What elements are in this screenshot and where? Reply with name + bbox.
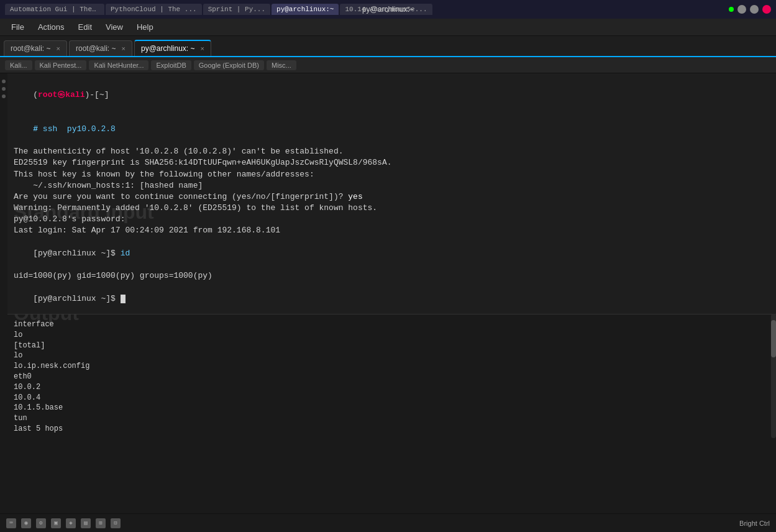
statusbar-icon-6[interactable]: ▤ (81, 518, 91, 528)
output-line-base: 10.1.5.base (14, 403, 770, 413)
titlebar: Automation Gui | The... PythonCloud | Th… (0, 0, 776, 19)
tab-root-kali-2[interactable]: root@kali: ~ × (69, 40, 132, 56)
sidebar-indicator-1 (2, 80, 6, 83)
titlebar-tab-4[interactable]: py@archlinux:~ (272, 4, 339, 15)
output-line-total: [total] (14, 341, 770, 351)
bookmark-kali-pentest[interactable]: Kali Pentest... (35, 60, 87, 70)
statusbar-left: ⌨ ◉ ⚙ ▣ ◈ ▤ ⊞ ⊟ (6, 518, 121, 528)
statusbar-right: Bright Ctrl (739, 520, 770, 527)
terminal-line-8: Last login: Sat Apr 17 00:24:09 2021 fro… (14, 225, 770, 236)
bookmark-kali[interactable]: Kali... (5, 60, 32, 70)
bookmark-google-exploitdb[interactable]: Google (Exploit DB) (194, 60, 264, 70)
statusbar-icon-8[interactable]: ⊟ (111, 518, 121, 528)
titlebar-title: py@archlinux:~ (362, 5, 414, 14)
output-line-lo2: lo (14, 351, 770, 361)
green-indicator (729, 7, 734, 12)
output-line-nesk: lo.ip.nesk.config (14, 361, 770, 372)
statusbar-icon-5[interactable]: ◈ (66, 518, 76, 528)
scrollbar-thumb[interactable] (771, 320, 776, 357)
terminal-line-prompt: (root㉿kali)-[~] (14, 78, 770, 112)
scrollbar[interactable] (771, 314, 776, 438)
output-line-tun: tun (14, 413, 770, 424)
output-line-ip1: 10.0.2 (14, 382, 770, 393)
titlebar-controls (729, 5, 771, 14)
tab-close-1[interactable]: × (57, 45, 60, 52)
menu-edit[interactable]: Edit (72, 20, 98, 34)
close-button[interactable] (762, 5, 771, 14)
statusbar-icon-1[interactable]: ⌨ (6, 518, 16, 528)
terminal-line-id-output: uid=1000(py) gid=1000(py) groups=1000(py… (14, 270, 770, 282)
output-line-hops: last 5 hops (14, 424, 770, 434)
bookmark-exploitdb[interactable]: ExploitDB (151, 60, 191, 70)
tab-label-2: root@kali: ~ (76, 44, 116, 53)
sidebar-indicator-2 (2, 87, 6, 91)
terminal-line-id-prompt: [py@archlinux ~]$ id (14, 237, 770, 271)
tab-label-1: root@kali: ~ (11, 44, 51, 53)
statusbar-icon-2[interactable]: ◉ (21, 518, 31, 528)
sidebar-indicator-3 (2, 94, 6, 98)
terminal-line-4: ~/.ssh/known_hosts:1: [hashed name] (14, 180, 770, 191)
output-line-lo: lo (14, 330, 770, 341)
left-sidebar (0, 73, 7, 513)
maximize-button[interactable] (750, 5, 759, 14)
prompt-user: root㉿kali (38, 90, 84, 99)
titlebar-tab-3[interactable]: Sprint | Py... (203, 4, 270, 15)
minimize-button[interactable] (737, 5, 746, 14)
tab-py-archlinux[interactable]: py@archlinux: ~ × (134, 40, 211, 56)
tab-label-3: py@archlinux: ~ (141, 44, 195, 53)
cursor-blink (121, 295, 126, 303)
bookmark-kali-nethunter[interactable]: Kali NetHunter... (89, 60, 148, 70)
menubar: File Actions Edit View Help (0, 19, 776, 36)
tab-close-3[interactable]: × (201, 45, 204, 52)
output-line-interface: interface (14, 319, 770, 330)
terminal-line-1: The authenticity of host '10.0.2.8 (10.0… (14, 146, 770, 157)
tab-close-2[interactable]: × (122, 45, 126, 52)
bookmarks-bar: Kali... Kali Pentest... Kali NetHunter..… (0, 57, 776, 73)
titlebar-tab-2[interactable]: PythonCloud | The ... (106, 4, 202, 15)
tab-root-kali-1[interactable]: root@kali: ~ × (4, 40, 67, 56)
output-section: Output interface lo [total] lo lo.ip.nes… (7, 314, 776, 513)
terminal-line-prompt2: [py@archlinux ~]$ (14, 282, 770, 316)
statusbar-icon-3[interactable]: ⚙ (36, 518, 46, 528)
output-line-ip2: 10.0.4 (14, 393, 770, 403)
menu-actions[interactable]: Actions (32, 20, 71, 34)
menu-help[interactable]: Help (130, 20, 160, 34)
output-line-eth0: eth0 (14, 372, 770, 382)
terminal-line-7: py@10.0.2.8's password: (14, 214, 770, 225)
prompt-bracket-open: ( (33, 90, 38, 99)
bookmark-misc[interactable]: Misc... (267, 60, 296, 70)
tab-bar: root@kali: ~ × root@kali: ~ × py@archlin… (0, 36, 776, 57)
titlebar-tab-1[interactable]: Automation Gui | The... (5, 4, 104, 15)
terminal-line-ssh-cmd: # ssh py10.0.2.8 (14, 112, 770, 147)
terminal-line-6: Warning: Permanently added '10.0.2.8' (E… (14, 203, 770, 214)
menu-file[interactable]: File (5, 20, 30, 34)
menu-view[interactable]: View (99, 20, 129, 34)
terminal-line-2: ED25519 key fingerprint is SHA256:k14DTt… (14, 157, 770, 168)
terminal-line-5: Are you sure you want to continue connec… (14, 191, 770, 203)
statusbar-icon-7[interactable]: ⊞ (96, 518, 106, 528)
statusbar: ⌨ ◉ ⚙ ▣ ◈ ▤ ⊞ ⊟ Bright Ctrl (0, 513, 776, 532)
terminal-line-3: This host key is known by the following … (14, 169, 770, 180)
statusbar-icon-4[interactable]: ▣ (51, 518, 61, 528)
